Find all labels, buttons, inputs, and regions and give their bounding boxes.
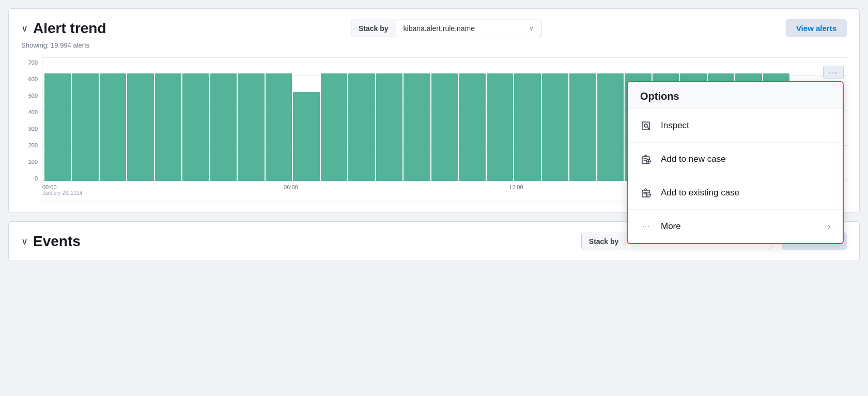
existing-case-icon: [640, 187, 653, 199]
menu-item-inspect[interactable]: Inspect: [628, 109, 843, 143]
showing-alerts-count: Showing: 19,994 alerts: [21, 41, 847, 49]
menu-item-inspect-label: Inspect: [661, 120, 689, 131]
bar-17: [487, 73, 513, 181]
options-menu-header: Options: [628, 82, 843, 109]
x-label-1200: 12:00: [509, 184, 523, 190]
y-label-400: 400: [28, 109, 38, 115]
events-collapse-icon[interactable]: ∨: [21, 236, 28, 247]
events-panel-title: Events: [33, 233, 81, 250]
stack-by-group: Stack by kibana.alert.rule.name ∨: [351, 20, 541, 37]
chevron-right-icon: ›: [828, 222, 830, 231]
more-options-button[interactable]: ···: [823, 66, 844, 79]
menu-item-more[interactable]: ··· More ›: [628, 210, 843, 243]
more-icon: ···: [640, 220, 653, 233]
page-container: ∨ Alert trend Stack by kibana.alert.rule…: [0, 0, 868, 396]
y-label-200: 200: [28, 142, 38, 148]
bar-1: [44, 73, 71, 181]
svg-point-1: [644, 124, 647, 127]
y-label-100: 100: [28, 159, 38, 165]
panel-header: ∨ Alert trend Stack by kibana.alert.rule…: [21, 19, 847, 37]
stack-by-select[interactable]: kibana.alert.rule.name ∨: [396, 20, 541, 37]
alert-trend-panel: ∨ Alert trend Stack by kibana.alert.rule…: [8, 8, 860, 213]
new-case-icon: [640, 153, 653, 165]
y-label-0: 0: [35, 175, 38, 181]
bar-16: [459, 73, 485, 181]
events-title-group: ∨ Events: [21, 233, 81, 250]
bar-19: [542, 73, 568, 181]
y-label-600: 600: [28, 76, 38, 82]
events-stack-by-label: Stack by: [582, 233, 627, 250]
stack-by-value: kibana.alert.rule.name: [404, 24, 475, 33]
menu-item-add-new-case-label: Add to new case: [661, 154, 726, 164]
menu-item-add-new-case[interactable]: Add to new case: [628, 143, 843, 176]
bar-3: [100, 73, 126, 181]
bar-18: [514, 73, 540, 181]
bar-11: [321, 73, 347, 181]
options-menu-overlay: ··· Options Inspect: [627, 81, 844, 244]
x-date-jan23: January 23, 2024: [42, 190, 82, 196]
bar-6: [182, 73, 209, 181]
bar-4: [127, 73, 153, 181]
menu-item-add-existing-case[interactable]: Add to existing case: [628, 176, 843, 210]
x-label-0600: 06:00: [284, 184, 298, 190]
y-label-700: 700: [28, 59, 38, 66]
bar-13: [376, 73, 402, 181]
stack-by-label: Stack by: [351, 20, 396, 37]
y-axis: 700 600 500 400 300 200 100 0: [21, 57, 42, 202]
bar-15: [431, 73, 458, 181]
options-menu-title: Options: [640, 90, 679, 102]
bar-2: [72, 73, 98, 181]
bar-21: [597, 73, 624, 181]
collapse-icon[interactable]: ∨: [21, 23, 28, 34]
panel-title: Alert trend: [33, 20, 106, 37]
bar-12: [348, 73, 375, 181]
view-alerts-button[interactable]: View alerts: [786, 19, 847, 37]
chevron-down-icon: ∨: [529, 25, 534, 32]
inspect-icon: [640, 119, 653, 132]
bar-20: [569, 73, 596, 181]
y-label-300: 300: [28, 126, 38, 132]
bar-8: [238, 73, 264, 181]
bar-9: [266, 73, 292, 181]
panel-title-group: ∨ Alert trend: [21, 20, 106, 37]
x-label-0000: 00:00 January 23, 2024: [42, 184, 82, 196]
options-menu: Options Inspect: [627, 81, 844, 244]
bar-14: [404, 73, 430, 181]
x-time-0600: 06:00: [284, 184, 298, 190]
bar-10: [293, 92, 319, 181]
y-label-500: 500: [28, 93, 38, 99]
menu-item-more-label: More: [661, 221, 681, 232]
bar-5: [155, 73, 181, 181]
menu-item-add-existing-case-label: Add to existing case: [661, 188, 739, 198]
bar-7: [210, 73, 237, 181]
x-time-0000: 00:00: [42, 184, 57, 190]
x-time-1200: 12:00: [509, 184, 523, 190]
